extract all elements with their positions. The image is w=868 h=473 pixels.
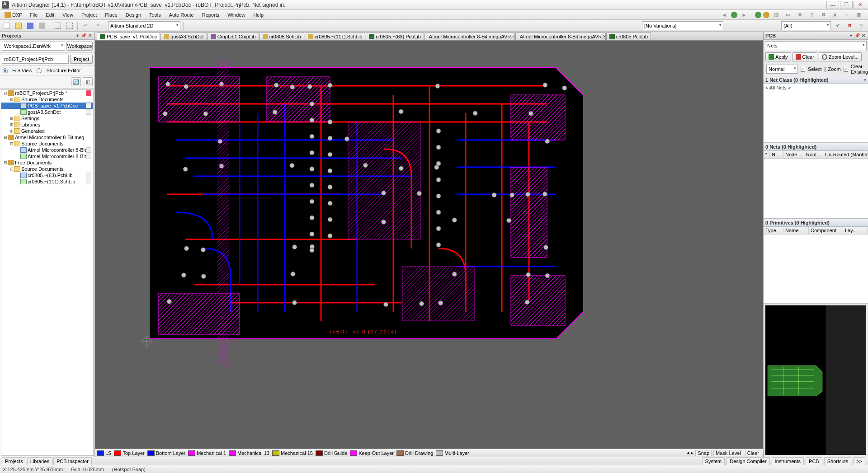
tree-twist-icon[interactable]: ⊟: [9, 141, 14, 146]
document-tab[interactable]: PCB_save_v1.PcbDoc: [97, 32, 160, 40]
pcb-editor-view[interactable]: roBOT_v1.0 [07.2014]: [95, 41, 763, 449]
mask-level-button[interactable]: Mask Level: [713, 450, 743, 456]
project-input[interactable]: [2, 55, 69, 64]
nav-home-icon[interactable]: [731, 12, 737, 18]
tree-twist-icon[interactable]: ⊟: [3, 135, 8, 140]
open-button[interactable]: [14, 21, 24, 30]
layer-chip[interactable]: Mechanical 13: [229, 450, 269, 456]
tool-list-button[interactable]: ≡: [842, 10, 852, 19]
restore-button[interactable]: ❐: [840, 1, 853, 9]
tool-move-button[interactable]: ✥: [795, 10, 805, 19]
nets-section-header[interactable]: 0 Nets (0 Highlighted): [764, 143, 868, 151]
layer-chip[interactable]: Bottom Layer: [147, 450, 185, 456]
menu-help[interactable]: Help: [250, 11, 267, 19]
close-button[interactable]: ✕: [854, 1, 866, 9]
apply-button[interactable]: Apply: [765, 52, 791, 61]
menu-window[interactable]: Window: [224, 11, 249, 19]
layer-chip[interactable]: Mechanical 1: [188, 450, 226, 456]
tool-align-button[interactable]: ▥: [771, 10, 781, 19]
new-button[interactable]: [2, 21, 12, 30]
tool-query-button[interactable]: ?: [807, 10, 816, 19]
bottom-tab-pcb-inspector[interactable]: PCB Inspector: [53, 457, 92, 465]
tree-node[interactable]: Atmel Microcontroller 8-Bit: [1, 147, 93, 153]
bottom-tab-pcb[interactable]: PCB: [806, 457, 822, 465]
tree-node[interactable]: cr0805.~(63).PcbLib: [1, 172, 93, 178]
pcb-panel-close-icon[interactable]: ✕: [861, 33, 866, 38]
tree-node[interactable]: ⊞Libraries: [1, 122, 93, 128]
zoom-checkbox[interactable]: [825, 67, 826, 72]
tree-twist-icon[interactable]: ⊟: [9, 97, 14, 102]
tree-node[interactable]: ⊟Source Documents: [1, 140, 93, 147]
layer-chip[interactable]: Top Layer: [114, 450, 144, 456]
workspace-combo[interactable]: Workspace1.DsnWrk: [2, 42, 65, 51]
tree-node[interactable]: cr0805.~(111).SchLib: [1, 178, 93, 185]
document-tab[interactable]: Atmel Microcontroller 8-Bit megaAVR.PcbL…: [425, 32, 515, 40]
tree-node[interactable]: ⊞Generated: [1, 128, 93, 134]
tree-node[interactable]: ⊟roBOT_Project.PrjPcb *: [1, 90, 93, 96]
all-nets-item[interactable]: < All Nets >: [765, 85, 866, 90]
menu-design[interactable]: Design: [122, 11, 145, 19]
tool-delete-button[interactable]: ✖: [818, 10, 828, 19]
document-tab[interactable]: cr0805.~(63).PcbLib: [366, 32, 424, 40]
status-amber-icon[interactable]: [763, 12, 769, 18]
bottom-tab-libraries[interactable]: Libraries: [27, 457, 52, 465]
normal-combo[interactable]: Normal: [766, 65, 798, 74]
dxp-menu[interactable]: DXP: [2, 12, 25, 18]
tree-twist-icon[interactable]: ⊟: [3, 91, 8, 95]
refresh-button[interactable]: 🔄: [71, 77, 81, 86]
panel-pin-icon[interactable]: 📌: [81, 33, 86, 38]
tree-node[interactable]: ⊟Source Documents: [1, 166, 93, 172]
project-tree[interactable]: ⊟roBOT_Project.PrjPcb *⊟Source Documents…: [1, 89, 94, 456]
file-view-radio[interactable]: [3, 68, 8, 73]
menu-edit[interactable]: Edit: [42, 11, 58, 19]
settings-button[interactable]: ◧: [83, 77, 93, 86]
tree-twist-icon[interactable]: ⊞: [9, 129, 14, 133]
variations-combo[interactable]: [No Variations]: [642, 21, 723, 30]
panel-close-icon[interactable]: ✕: [87, 33, 93, 38]
view-mode-combo[interactable]: Altium Standard 2D: [108, 21, 180, 30]
menu-autoroute[interactable]: Auto Route: [165, 11, 198, 19]
menu-view[interactable]: View: [59, 11, 77, 19]
bottom-tab-more[interactable]: >>: [853, 457, 865, 465]
tree-node[interactable]: ⊞Settings: [1, 115, 93, 122]
print-button[interactable]: [37, 21, 47, 30]
document-tab[interactable]: gostA3.SchDot: [160, 32, 207, 40]
undo-button[interactable]: ↶: [80, 21, 90, 30]
zoom-fit-button[interactable]: [53, 21, 63, 30]
menu-tools[interactable]: Tools: [146, 11, 165, 19]
tool-text-button[interactable]: A: [830, 10, 840, 19]
nav-back-button[interactable]: ◄: [719, 10, 729, 19]
document-tab[interactable]: cr0805.PcbLib: [606, 32, 651, 40]
tree-twist-icon[interactable]: ⊞: [9, 122, 14, 127]
tree-twist-icon[interactable]: ⊞: [9, 116, 14, 121]
ls-chip[interactable]: LS: [97, 450, 111, 456]
bottom-tab-instruments[interactable]: Instruments: [772, 457, 804, 465]
save-button[interactable]: [25, 21, 35, 30]
zoom-area-button[interactable]: [65, 21, 75, 30]
tree-node[interactable]: gostA3.SchDot: [1, 109, 93, 115]
tree-node[interactable]: PCB_save_v1.PcbDoc: [1, 103, 93, 109]
select-checkbox[interactable]: [801, 67, 805, 72]
document-tab[interactable]: CmpLib1.CmpLib: [208, 32, 259, 40]
tree-node[interactable]: ⊟Atmel Microcontroller 8-Bit meg: [1, 134, 93, 140]
bottom-tab-shortcuts[interactable]: Shortcuts: [824, 457, 851, 465]
document-tab[interactable]: cr0805.~(111).SchLib: [305, 32, 365, 40]
pcb-mode-combo[interactable]: Nets: [765, 41, 867, 50]
primitives-section-header[interactable]: 0 Primitives (0 Highlighted): [764, 219, 868, 227]
filter-help-button[interactable]: ?: [856, 21, 866, 30]
document-tab[interactable]: cr0805.SchLib: [259, 32, 304, 40]
clear-filter-button[interactable]: ✖: [844, 21, 854, 30]
clear-nets-button[interactable]: Clear: [793, 52, 817, 61]
layer-chip[interactable]: Keep-Out Layer: [350, 450, 394, 456]
bottom-tab-projects[interactable]: Projects: [2, 457, 26, 465]
bottom-tab-system[interactable]: System: [702, 457, 725, 465]
layer-chip[interactable]: Drill Drawing: [396, 450, 433, 456]
tree-node[interactable]: ⊟Source Documents: [1, 96, 93, 103]
clear-button[interactable]: Clear: [745, 450, 761, 456]
tool-grid-button[interactable]: ▦: [854, 10, 863, 19]
board-preview[interactable]: [765, 305, 866, 455]
workspace-button[interactable]: Workspace: [66, 42, 93, 51]
layer-chip[interactable]: Drill Guide: [316, 450, 347, 456]
pcb-panel-pin-icon[interactable]: 📌: [854, 33, 860, 38]
tree-node[interactable]: ⊟Free Documents: [1, 159, 93, 166]
